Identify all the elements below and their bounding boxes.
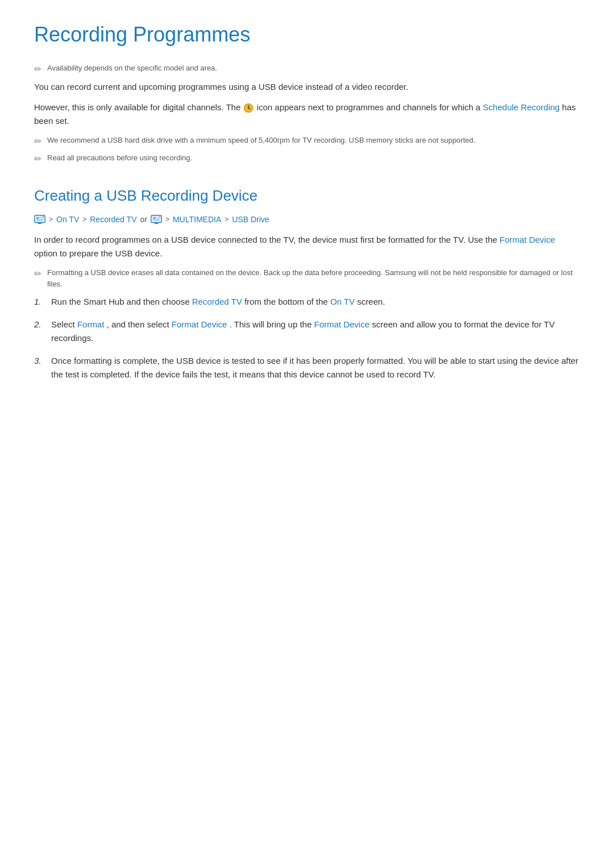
breadcrumb-or: or: [140, 215, 147, 224]
step-1-text-before: Run the Smart Hub and then choose: [51, 297, 190, 306]
step-3-number: 3.: [34, 354, 44, 368]
intro-text2-before: However, this is only available for digi…: [34, 102, 240, 112]
step-1-content: Run the Smart Hub and then choose Record…: [51, 295, 385, 309]
breadcrumb-chevron-1: >: [49, 215, 53, 223]
intro-paragraph-2: However, this is only available for digi…: [34, 101, 580, 128]
section2-intro-before: In order to record programmes on a USB d…: [34, 235, 497, 244]
availability-note: ✏ Availability depends on the specific m…: [34, 63, 580, 74]
page-title: Recording Programmes: [34, 23, 580, 47]
schedule-recording-link[interactable]: Schedule Recording: [483, 102, 559, 112]
format-device-link-1[interactable]: Format Device: [500, 235, 555, 244]
svg-point-4: [248, 107, 250, 109]
multimedia-icon: [151, 214, 162, 225]
warning-note-text: Formatting a USB device erases all data …: [47, 267, 580, 289]
step-2-link1[interactable]: Format: [77, 319, 105, 329]
schedule-recording-icon: [243, 103, 254, 113]
step-1-text-middle: from the bottom of the: [244, 297, 328, 306]
svg-point-18: [159, 216, 161, 218]
breadcrumb: > On TV > Recorded TV or > MULTIMEDIA > …: [34, 214, 580, 225]
svg-rect-17: [153, 219, 159, 220]
step-3: 3. Once formatting is complete, the USB …: [34, 354, 580, 381]
note-2-text: Read all precautions before using record…: [47, 152, 192, 164]
section2-intro-after: option to prepare the USB device.: [34, 248, 162, 258]
pencil-icon: ✏: [34, 64, 42, 74]
step-2-content: Select Format , and then select Format D…: [51, 318, 580, 345]
intro-paragraph-1: You can record current and upcoming prog…: [34, 80, 580, 94]
svg-rect-10: [37, 219, 43, 220]
breadcrumb-chevron-2: >: [82, 215, 86, 223]
note-1-text: We recommend a USB hard disk drive with …: [47, 135, 475, 146]
step-2: 2. Select Format , and then select Forma…: [34, 318, 580, 345]
step-2-text-before: Select: [51, 319, 75, 329]
step-2-text-mid2: . This will bring up the: [230, 319, 312, 329]
pencil-icon-warning: ✏: [34, 268, 42, 279]
section2-intro: In order to record programmes on a USB d…: [34, 233, 580, 260]
breadcrumb-recorded-tv[interactable]: Recorded TV: [90, 215, 136, 224]
steps-list: 1. Run the Smart Hub and then choose Rec…: [34, 295, 580, 381]
intro-text2-after: icon appears next to programmes and chan…: [257, 102, 481, 112]
section2-title: Creating a USB Recording Device: [34, 187, 580, 205]
step-1-link2[interactable]: On TV: [330, 297, 355, 306]
breadcrumb-multimedia[interactable]: MULTIMEDIA: [173, 215, 221, 224]
breadcrumb-chevron-3: >: [165, 215, 169, 223]
step-1-number: 1.: [34, 295, 44, 309]
pencil-icon-1: ✏: [34, 136, 42, 147]
on-tv-icon: [34, 214, 45, 225]
step-2-link2[interactable]: Format Device: [172, 319, 227, 329]
note-1: ✏ We recommend a USB hard disk drive wit…: [34, 135, 580, 147]
step-2-number: 2.: [34, 318, 44, 331]
step-1: 1. Run the Smart Hub and then choose Rec…: [34, 295, 580, 309]
availability-note-text: Availability depends on the specific mod…: [47, 63, 217, 74]
breadcrumb-usb-drive[interactable]: USB Drive: [232, 215, 269, 224]
warning-note: ✏ Formatting a USB device erases all dat…: [34, 267, 580, 289]
step-1-link1[interactable]: Recorded TV: [192, 297, 242, 306]
breadcrumb-chevron-4: >: [225, 215, 229, 223]
svg-point-11: [43, 216, 44, 218]
svg-rect-16: [153, 217, 155, 219]
step-1-text-after: screen.: [357, 297, 385, 306]
step-3-content: Once formatting is complete, the USB dev…: [51, 354, 580, 381]
step-2-link3[interactable]: Format Device: [314, 319, 370, 329]
svg-rect-9: [37, 217, 39, 219]
step-2-text-mid1: , and then select: [107, 319, 169, 329]
note-2: ✏ Read all precautions before using reco…: [34, 152, 580, 164]
pencil-icon-2: ✏: [34, 153, 42, 164]
breadcrumb-on-tv[interactable]: On TV: [56, 215, 79, 224]
